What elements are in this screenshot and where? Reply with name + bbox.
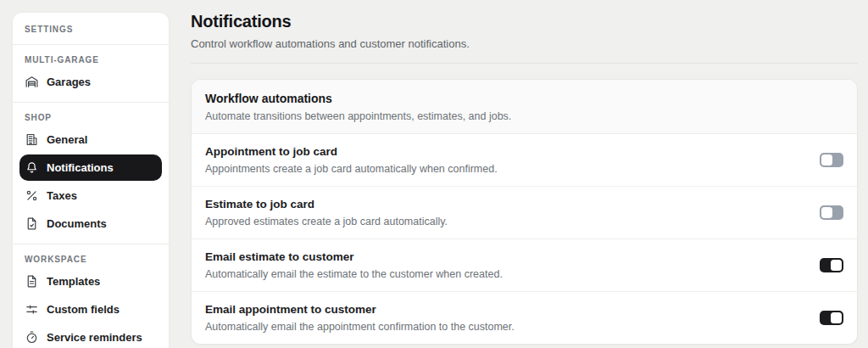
sidebar-item-notifications[interactable]: Notifications <box>19 154 162 181</box>
setting-row-email-appointment-to-customer: Email appointment to customerAutomatical… <box>192 292 857 344</box>
toggle-knob <box>821 154 832 166</box>
bell-icon <box>25 160 39 175</box>
sidebar-item-label: Taxes <box>47 189 77 202</box>
setting-text: Email estimate to customerAutomatically … <box>205 250 503 280</box>
page-divider <box>191 63 858 64</box>
page-subtitle: Control workflow automations and custome… <box>191 37 858 50</box>
setting-description: Automatically email the estimate to the … <box>205 268 503 280</box>
sidebar-item-label: Notifications <box>47 161 114 174</box>
setting-text: Estimate to job cardApproved estimates c… <box>205 198 448 227</box>
setting-title: Estimate to job card <box>205 198 448 210</box>
setting-text: Appointment to job cardAppointments crea… <box>205 145 498 175</box>
sidebar-item-garages[interactable]: Garages <box>19 69 162 95</box>
card-subtitle: Automate transitions between appointment… <box>205 110 843 122</box>
sidebar-item-label: Service reminders <box>47 331 142 344</box>
toggle-knob <box>821 207 832 218</box>
stopwatch-icon <box>25 330 39 345</box>
toggle-knob <box>831 260 842 271</box>
document-check-icon <box>25 216 39 231</box>
toggle-estimate-to-job-card[interactable] <box>820 205 843 220</box>
setting-title: Email appointment to customer <box>205 303 515 316</box>
sidebar-nav: MULTI-GARAGEGaragesSHOPGeneralNotificati… <box>13 45 169 348</box>
page-title: Notifications <box>191 12 858 31</box>
toggle-appointment-to-job-card[interactable] <box>820 153 843 167</box>
card-title: Workflow automations <box>205 92 843 105</box>
setting-row-email-estimate-to-customer: Email estimate to customerAutomatically … <box>192 239 857 292</box>
sidebar-section-label: SHOP <box>13 113 169 122</box>
setting-description: Automatically email the appointment conf… <box>205 321 515 333</box>
sidebar-item-custom-fields[interactable]: Custom fields <box>19 296 162 323</box>
sidebar-title: SETTINGS <box>13 13 169 45</box>
setting-row-appointment-to-job-card: Appointment to job cardAppointments crea… <box>192 134 857 187</box>
sidebar-item-general[interactable]: General <box>19 126 162 153</box>
setting-description: Appointments create a job card automatic… <box>205 163 498 175</box>
setting-description: Approved estimates create a job card aut… <box>205 216 448 227</box>
sidebar-item-label: General <box>47 133 87 146</box>
toggle-email-estimate-to-customer[interactable] <box>820 258 843 272</box>
sidebar-item-templates[interactable]: Templates <box>19 268 162 295</box>
sidebar-section: SHOPGeneralNotificationsTaxesDocuments <box>13 103 169 244</box>
adjustments-icon <box>25 302 39 317</box>
sidebar-item-label: Templates <box>47 275 100 288</box>
sidebar-item-service-reminders[interactable]: Service reminders <box>19 324 162 348</box>
setting-text: Email appointment to customerAutomatical… <box>205 303 515 333</box>
sidebar-section: MULTI-GARAGEGarages <box>13 45 169 103</box>
toggle-knob <box>831 312 842 323</box>
notifications-page: Notifications Control workflow automatio… <box>191 0 858 345</box>
setting-row-estimate-to-job-card: Estimate to job cardApproved estimates c… <box>192 187 857 239</box>
settings-sidebar: SETTINGS MULTI-GARAGEGaragesSHOPGeneralN… <box>12 12 170 348</box>
workflow-automations-card: Workflow automations Automate transition… <box>191 79 858 345</box>
card-header: Workflow automations Automate transition… <box>192 80 857 134</box>
toggle-email-appointment-to-customer[interactable] <box>820 311 843 325</box>
sidebar-section-label: MULTI-GARAGE <box>13 55 169 65</box>
sidebar-section-label: WORKSPACE <box>13 255 169 264</box>
card-rows: Appointment to job cardAppointments crea… <box>192 134 857 344</box>
setting-title: Email estimate to customer <box>205 250 503 263</box>
sidebar-item-taxes[interactable]: Taxes <box>19 182 162 209</box>
document-text-icon <box>25 274 39 289</box>
sidebar-item-documents[interactable]: Documents <box>19 210 162 237</box>
setting-title: Appointment to job card <box>205 145 498 158</box>
sidebar-item-label: Documents <box>47 217 107 230</box>
sidebar-section: WORKSPACETemplatesCustom fieldsService r… <box>13 244 169 348</box>
percent-icon <box>25 188 39 203</box>
sidebar-item-label: Garages <box>47 76 91 88</box>
building-icon <box>25 132 39 147</box>
sidebar-item-label: Custom fields <box>47 303 120 316</box>
garage-icon <box>25 75 39 89</box>
